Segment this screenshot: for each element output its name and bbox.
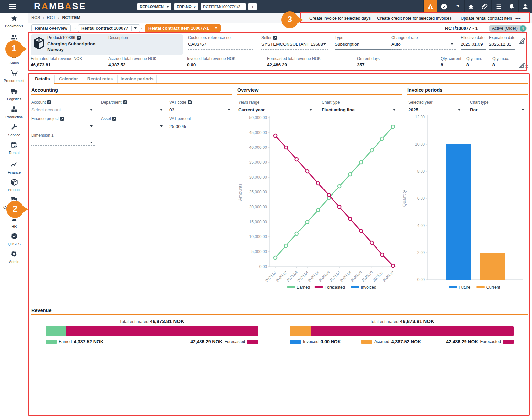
- svg-text:4.00: 4.00: [417, 223, 425, 228]
- open-link-icon[interactable]: [188, 100, 192, 104]
- action-update-item[interactable]: Update rental contract item: [461, 16, 512, 21]
- svg-text:50,000.00: 50,000.00: [249, 115, 267, 120]
- description-field[interactable]: [108, 49, 179, 49]
- revenue-legend-invoiced: Invoiced0.00 NOK: [290, 339, 341, 344]
- expiration-date-value[interactable]: 2025.12.31: [489, 42, 511, 47]
- finance-project-caret[interactable]: [90, 125, 93, 127]
- vat-code-value[interactable]: 03: [169, 107, 174, 112]
- asset-caret[interactable]: [160, 125, 163, 127]
- svg-text:40,000.00: 40,000.00: [249, 145, 267, 150]
- svg-text:2.00: 2.00: [417, 250, 425, 255]
- edit-icon[interactable]: [518, 37, 525, 44]
- open-link-icon[interactable]: [60, 117, 64, 121]
- open-link-icon[interactable]: [273, 36, 277, 40]
- account-caret[interactable]: [90, 109, 93, 111]
- open-link-icon[interactable]: [47, 100, 51, 104]
- sidebar-item-service[interactable]: Service: [0, 123, 28, 137]
- tab-invoice-periods[interactable]: Invoice periods: [117, 75, 156, 83]
- check-seal-icon[interactable]: [437, 0, 451, 13]
- environment-dropdown[interactable]: DEPLOYMENT_QA_1 ...: [137, 3, 171, 10]
- total-label: Qty. current: [441, 56, 461, 61]
- revenue-legend-forecasted-right: 42,486.29 NOKForecasted: [446, 339, 514, 344]
- tab-details[interactable]: Details: [31, 75, 54, 83]
- product-link-label[interactable]: Product/100386: [47, 35, 81, 40]
- invoice-periods-heading: Invoice periods: [407, 87, 442, 93]
- bar-future: [446, 144, 471, 280]
- sidebar-item-crm[interactable]: CRM: [0, 33, 28, 47]
- open-link-icon[interactable]: [112, 117, 116, 121]
- action-create-credit-note[interactable]: Create credit note for selected invoices: [377, 16, 452, 21]
- svg-text:Forecasted: Forecasted: [324, 285, 345, 290]
- svg-text:2025.04: 2025.04: [297, 270, 309, 283]
- action-create-invoice[interactable]: Create invoice for selected days: [309, 16, 371, 21]
- chevron-down-icon: [166, 6, 169, 8]
- invoiced-swatch: [290, 340, 301, 344]
- rambase-logo[interactable]: RAMBASE: [34, 1, 86, 12]
- customers-ref-value[interactable]: CA83767: [188, 42, 206, 47]
- sidebar-item-finance[interactable]: Finance: [0, 161, 28, 174]
- bar-chart-svg: 0.002.004.006.008.0010.0012.00QuantityFu…: [394, 111, 529, 294]
- open-link-icon[interactable]: [123, 100, 127, 104]
- revenue-legend-earned: Earned4,387.52 NOK: [46, 339, 104, 344]
- sidebar-item-bookmarks[interactable]: Bookmarks: [0, 15, 28, 28]
- change-of-rate-value[interactable]: Auto: [391, 42, 401, 47]
- nav-rental-overview[interactable]: Rental overview: [31, 24, 71, 32]
- sidebar-item-collaboration[interactable]: Collaboration: [0, 196, 28, 209]
- company-dropdown[interactable]: ERP-NO˅: [174, 3, 198, 10]
- svg-text:30,000.00: 30,000.00: [249, 175, 267, 180]
- crm-icon: [10, 33, 18, 41]
- total-value: 4,387.52: [108, 63, 126, 67]
- svg-text:2025.10: 2025.10: [361, 270, 374, 283]
- nav-rental-contract[interactable]: Rental contract 100077: [78, 24, 140, 32]
- sidebar-item-production[interactable]: Production: [0, 105, 28, 119]
- chevron-down-icon: ˅: [194, 5, 196, 9]
- rate-dropdown-caret[interactable]: [451, 43, 453, 45]
- dimension1-caret[interactable]: [90, 142, 93, 143]
- chevrons-down-icon[interactable]: [524, 65, 529, 70]
- svg-text:12.00: 12.00: [415, 115, 425, 119]
- total-label: Invoiced total revenue NOK: [187, 56, 236, 61]
- status-badge[interactable]: Active (Order)4: [489, 25, 527, 32]
- action-more-button[interactable]: •••: [515, 16, 521, 21]
- type-value[interactable]: Subscription: [335, 42, 359, 47]
- sidebar-item-product[interactable]: Product: [0, 178, 28, 192]
- open-link-icon[interactable]: [77, 36, 81, 40]
- vat-code-caret[interactable]: [228, 109, 230, 111]
- person-icon[interactable]: [518, 0, 532, 13]
- back-button[interactable]: ‹: [248, 3, 257, 10]
- sidebar-item-qhses[interactable]: QHSES: [0, 232, 28, 246]
- seller-value[interactable]: SYSTEMCONSULTANT 13688: [261, 42, 323, 47]
- department-caret[interactable]: [160, 109, 163, 111]
- vat-percent-value[interactable]: 25.00 %: [169, 124, 186, 129]
- account-select[interactable]: Select account: [31, 107, 61, 112]
- revenue-bar-left: [46, 326, 258, 336]
- paperclip-icon[interactable]: [478, 0, 491, 13]
- bookmarks-icon: [10, 15, 18, 22]
- rental-icon: $: [10, 141, 18, 149]
- bell-icon[interactable]: [505, 0, 518, 13]
- warning-icon[interactable]: [423, 0, 437, 13]
- tab-calendar[interactable]: Calendar: [54, 75, 83, 83]
- seller-dropdown-caret[interactable]: [323, 43, 326, 45]
- sidebar-item-sales[interactable]: $Sales: [0, 51, 28, 65]
- breadcrumb-rcs[interactable]: RCS: [31, 15, 40, 20]
- breadcrumb-rct[interactable]: RCT: [47, 15, 56, 20]
- tab-rental-rates[interactable]: Rental rates: [83, 75, 117, 83]
- nav-rental-contract-item[interactable]: Rental contract item 100077-1: [145, 24, 221, 32]
- total-label: Estimated total revenue NOK: [31, 56, 82, 61]
- sidebar-item-hr[interactable]: HR: [0, 215, 28, 228]
- revenue-heading: Revenue: [31, 308, 51, 313]
- document-search-input[interactable]: RCTITEM/100077/1/2: [201, 3, 246, 10]
- sidebar-item-rental[interactable]: $Rental: [0, 141, 28, 155]
- chevron-down-icon: [134, 27, 137, 29]
- help-icon[interactable]: ?: [451, 0, 464, 13]
- star-icon[interactable]: [464, 0, 478, 13]
- menu-hamburger-icon[interactable]: [9, 4, 16, 9]
- svg-text:0.00: 0.00: [417, 277, 425, 282]
- sidebar-item-procurement[interactable]: Procurement: [0, 69, 28, 83]
- effective-date-value[interactable]: 2025.01.09: [461, 42, 483, 47]
- list-icon[interactable]: [491, 0, 505, 13]
- product-name: Charging Subscription Norway: [47, 41, 107, 52]
- sidebar-item-admin[interactable]: Admin: [0, 250, 28, 264]
- sidebar-item-logistics[interactable]: Logistics: [0, 87, 28, 101]
